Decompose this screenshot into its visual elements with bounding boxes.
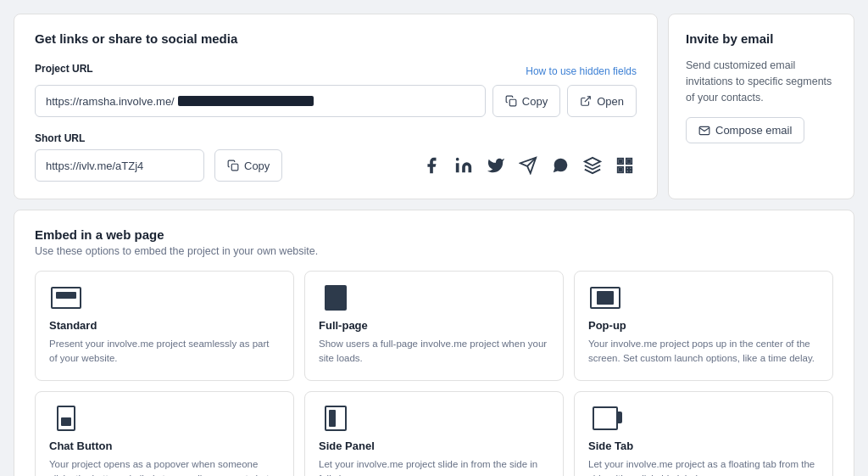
svg-rect-12 (626, 171, 629, 173)
project-url-label: Project URL (35, 63, 93, 75)
chat-description: Your project opens as a popover when som… (49, 457, 280, 477)
svg-rect-15 (628, 160, 631, 163)
svg-rect-13 (630, 167, 632, 170)
chat-icon (57, 406, 75, 431)
open-url-button[interactable]: Open (567, 85, 637, 117)
chat-title: Chat Button (49, 440, 280, 452)
short-url-row: Copy (35, 149, 637, 182)
share-panel: Get links or share to social media Proje… (14, 14, 658, 199)
svg-line-1 (585, 97, 590, 102)
svg-rect-2 (231, 164, 238, 171)
svg-rect-16 (620, 169, 622, 171)
share-panel-title: Get links or share to social media (35, 31, 637, 46)
project-url-text: https://ramsha.involve.me/ (46, 95, 175, 108)
short-url-section: Short URL Copy (35, 132, 637, 182)
embed-card-fullpage[interactable]: Full-page Show users a full-page involve… (304, 271, 564, 381)
compose-email-button[interactable]: Compose email (686, 117, 804, 143)
embed-card-sidepanel[interactable]: Side Panel Let your involve.me project s… (304, 391, 564, 477)
popup-icon (590, 287, 620, 309)
email-icon (698, 125, 710, 137)
embed-panel: Embed in a web page Use these options to… (14, 210, 854, 476)
linkedin-icon[interactable] (452, 154, 476, 177)
telegram-icon[interactable] (516, 154, 540, 177)
embed-card-popup[interactable]: Pop-up Your involve.me project pops up i… (574, 271, 833, 381)
url-row-header: Project URL How to use hidden fields (35, 63, 637, 80)
popup-icon-container (588, 285, 622, 311)
sidetab-icon (593, 406, 618, 430)
sidepanel-description: Let your involve.me project slide in fro… (319, 457, 549, 477)
standard-description: Present your involve.me project seamless… (49, 337, 280, 367)
sidetab-title: Side Tab (588, 440, 819, 452)
embed-card-sidetab[interactable]: Side Tab Let your involve.me project as … (574, 391, 833, 477)
invite-panel: Invite by email Send customized email in… (668, 14, 854, 199)
open-icon (580, 95, 592, 107)
project-url-input-container: https://ramsha.involve.me/ (35, 85, 486, 117)
social-icons (420, 154, 637, 177)
copy-short-icon (227, 160, 239, 171)
top-row: Get links or share to social media Proje… (14, 14, 854, 199)
svg-rect-14 (620, 160, 622, 163)
embed-panel-title: Embed in a web page (35, 227, 833, 242)
project-url-section: Project URL How to use hidden fields htt… (35, 63, 637, 117)
sidepanel-icon (325, 406, 347, 431)
standard-title: Standard (49, 319, 280, 332)
main-container: Get links or share to social media Proje… (14, 14, 854, 476)
svg-rect-10 (626, 167, 629, 170)
fullpage-description: Show users a full-page involve.me projec… (319, 337, 549, 367)
sidepanel-title: Side Panel (319, 440, 549, 452)
facebook-icon[interactable] (420, 154, 443, 177)
svg-rect-0 (509, 99, 516, 106)
fullpage-icon-container (319, 285, 353, 311)
svg-point-3 (456, 158, 459, 161)
standard-icon-container (49, 285, 83, 311)
copy-project-url-button[interactable]: Copy (492, 85, 560, 117)
fullpage-title: Full-page (319, 319, 549, 332)
popup-title: Pop-up (588, 319, 819, 332)
masked-url (178, 96, 314, 106)
sidetab-description: Let your involve.me project as a floatin… (588, 457, 819, 477)
svg-rect-11 (630, 171, 632, 173)
embed-card-standard[interactable]: Standard Present your involve.me project… (35, 271, 294, 381)
embed-grid: Standard Present your involve.me project… (35, 271, 833, 476)
short-url-input[interactable] (35, 149, 204, 182)
popup-description: Your involve.me project pops up in the c… (588, 337, 819, 367)
copy-short-url-button[interactable]: Copy (214, 149, 282, 182)
sidepanel-icon-container (319, 406, 353, 431)
invite-panel-description: Send customized email invitations to spe… (686, 58, 837, 105)
project-url-row: https://ramsha.involve.me/ Copy Open (35, 85, 637, 117)
whatsapp-icon[interactable] (548, 154, 572, 177)
short-url-label: Short URL (35, 132, 637, 144)
embed-panel-subtitle: Use these options to embed the project i… (35, 245, 833, 257)
qr-icon[interactable] (613, 154, 637, 177)
standard-icon (51, 287, 81, 309)
sidetab-icon-container (588, 406, 622, 431)
fullpage-icon (325, 285, 347, 311)
twitter-icon[interactable] (484, 154, 508, 177)
embed-card-chat[interactable]: Chat Button Your project opens as a popo… (35, 391, 294, 477)
buffer-icon[interactable] (581, 154, 604, 177)
svg-marker-6 (585, 158, 600, 165)
copy-icon (505, 95, 517, 107)
invite-panel-title: Invite by email (686, 31, 837, 46)
chat-icon-container (49, 406, 83, 431)
hidden-fields-link[interactable]: How to use hidden fields (526, 65, 637, 77)
